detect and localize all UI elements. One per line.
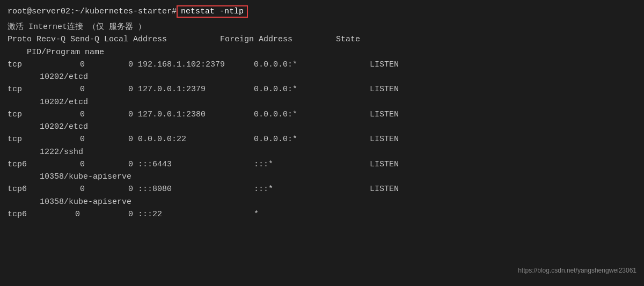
pid-line: 10202/etcd <box>8 96 636 108</box>
pid-line: 10202/etcd <box>8 71 636 83</box>
prompt-line: root@server02:~/kubernetes-starter# nets… <box>8 5 636 18</box>
table-row: tcp 0 0 127.0.0.1:2380 0.0.0.0:* LISTEN <box>8 108 636 121</box>
subheader-line: PID/Program name <box>8 46 636 58</box>
table-row: tcp6 0 0 :::6443 :::* LISTEN <box>8 158 636 171</box>
rows-container: tcp 0 0 192.168.1.102:2379 0.0.0.0:* LIS… <box>8 58 636 208</box>
table-row: tcp 0 0 127.0.0.1:2379 0.0.0.0:* LISTEN <box>8 83 636 96</box>
table-row: tcp 0 0 192.168.1.102:2379 0.0.0.0:* LIS… <box>8 58 636 71</box>
pid-line: 10358/kube-apiserve <box>8 171 636 183</box>
prompt-text: root@server02:~/kubernetes-starter# <box>8 7 177 16</box>
chinese-line: 激活 Internet连接 （仅 服务器 ） <box>8 21 636 33</box>
pid-line: 1222/sshd <box>8 146 636 158</box>
watermark: https://blog.csdn.net/yangshengwei23061 <box>518 267 636 274</box>
pid-line: 10202/etcd <box>8 121 636 133</box>
terminal: root@server02:~/kubernetes-starter# nets… <box>0 0 644 286</box>
pid-line: 10358/kube-apiserve <box>8 196 636 208</box>
header-line: Proto Recv-Q Send-Q Local Address Foreig… <box>8 33 636 46</box>
table-row: tcp6 0 0 :::8080 :::* LISTEN <box>8 183 636 195</box>
partial-row: tcp6 0 0 :::22 * <box>8 208 636 221</box>
table-row: tcp 0 0 0.0.0.0:22 0.0.0.0:* LISTEN <box>8 133 636 145</box>
command-box: netstat -ntlp <box>177 5 248 18</box>
